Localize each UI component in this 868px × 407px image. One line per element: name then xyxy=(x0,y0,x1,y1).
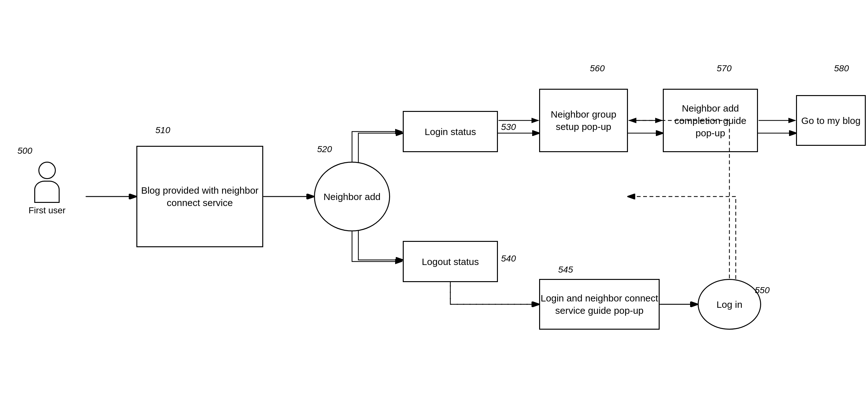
arrows-layer xyxy=(0,0,868,407)
person-head xyxy=(38,162,56,179)
diagram: First user 500 Blog provided with neighb… xyxy=(0,0,868,407)
blog-box-label: Blog provided with neighbor connect serv… xyxy=(137,184,262,209)
ref-560: 560 xyxy=(590,63,605,73)
ref-545: 545 xyxy=(558,265,573,275)
logout-status-label: Logout status xyxy=(422,255,479,268)
log-in-ellipse: Log in xyxy=(698,279,761,330)
login-status-label: Login status xyxy=(425,126,476,138)
go-to-blog-label: Go to my blog xyxy=(801,115,861,127)
ref-500: 500 xyxy=(18,146,32,156)
first-user-label: First user xyxy=(29,206,66,216)
logout-status-box: Logout status xyxy=(403,241,498,282)
neighbor-completion-box: Neighbor add completion guide pop-up xyxy=(663,89,758,152)
login-status-box: Login status xyxy=(403,111,498,152)
neighbor-group-box: Neighbor group setup pop-up xyxy=(539,89,628,152)
neighbor-add-label: Neighbor add xyxy=(323,190,380,203)
neighbor-completion-label: Neighbor add completion guide pop-up xyxy=(664,102,757,139)
person-body xyxy=(34,181,60,203)
ref-510: 510 xyxy=(155,125,170,135)
login-guide-box: Login and neighbor connect service guide… xyxy=(539,279,660,330)
neighbor-add-ellipse: Neighbor add xyxy=(314,162,390,231)
ref-540: 540 xyxy=(501,254,516,264)
ref-550: 550 xyxy=(755,285,770,295)
neighbor-group-label: Neighbor group setup pop-up xyxy=(540,108,627,133)
ref-520: 520 xyxy=(317,144,332,154)
ref-530: 530 xyxy=(501,122,516,132)
ref-570: 570 xyxy=(717,63,732,73)
ref-580: 580 xyxy=(834,63,849,73)
login-guide-label: Login and neighbor connect service guide… xyxy=(540,292,659,317)
go-to-blog-box: Go to my blog xyxy=(796,95,866,146)
first-user-icon: First user xyxy=(29,162,66,216)
blog-box: Blog provided with neighbor connect serv… xyxy=(136,146,263,247)
log-in-label: Log in xyxy=(716,298,742,311)
